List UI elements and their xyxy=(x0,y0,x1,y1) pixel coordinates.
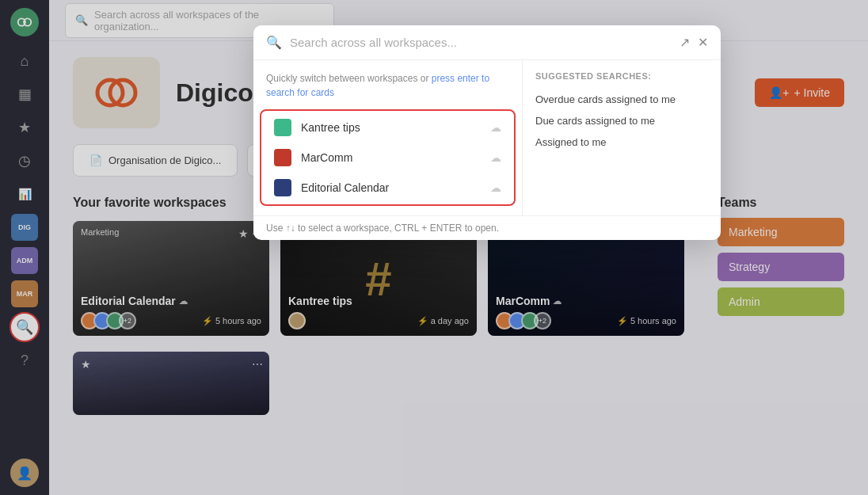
cloud-icon-marcomm: ☁ xyxy=(490,151,501,164)
workspace-label-editorial: Editorial Calendar xyxy=(301,181,389,194)
workspace-kantree-tips[interactable]: Kantree tips ☁ xyxy=(261,112,514,143)
modal-search-bar: 🔍 ↗ ✕ xyxy=(253,25,721,60)
workspace-marcomm[interactable]: MarComm ☁ xyxy=(261,143,514,173)
suggested-due[interactable]: Due cards assigned to me xyxy=(535,110,708,131)
modal-suggested: SUGGESTED SEARCHES: Overdue cards assign… xyxy=(523,60,721,215)
cloud-icon-kantree: ☁ xyxy=(490,121,501,134)
modal-body: Quickly switch between workspaces or pre… xyxy=(253,60,721,215)
modal-workspace-list: Quickly switch between workspaces or pre… xyxy=(253,60,523,215)
modal-footer-text: Use ↑↓ to select a workspace, CTRL + ENT… xyxy=(266,223,499,234)
modal-search-input[interactable] xyxy=(290,36,672,49)
ws-color-marcomm xyxy=(274,149,291,166)
suggested-title: SUGGESTED SEARCHES: xyxy=(535,71,708,81)
ws-color-editorial xyxy=(274,179,291,196)
workspace-editorial-calendar[interactable]: Editorial Calendar ☁ xyxy=(261,173,514,203)
suggested-assigned[interactable]: Assigned to me xyxy=(535,131,708,153)
cloud-icon-editorial: ☁ xyxy=(490,181,501,194)
workspace-label-marcomm: MarComm xyxy=(301,151,352,164)
search-modal: 🔍 ↗ ✕ Quickly switch between workspaces … xyxy=(253,25,721,240)
modal-overlay[interactable]: 🔍 ↗ ✕ Quickly switch between workspaces … xyxy=(0,0,868,495)
modal-search-icon: 🔍 xyxy=(266,35,282,50)
suggested-overdue[interactable]: Overdue cards assigned to me xyxy=(535,89,708,110)
workspace-list-bordered: Kantree tips ☁ MarComm ☁ Editorial Calen… xyxy=(260,109,516,206)
modal-hint: Quickly switch between workspaces or pre… xyxy=(253,68,522,108)
ws-color-kantree xyxy=(274,119,291,136)
close-icon[interactable]: ✕ xyxy=(698,35,708,50)
workspace-label-kantree: Kantree tips xyxy=(301,121,360,134)
external-link-icon[interactable]: ↗ xyxy=(680,35,690,50)
modal-hint-link[interactable]: press enter to search for cards xyxy=(266,73,489,98)
modal-footer: Use ↑↓ to select a workspace, CTRL + ENT… xyxy=(253,215,721,240)
